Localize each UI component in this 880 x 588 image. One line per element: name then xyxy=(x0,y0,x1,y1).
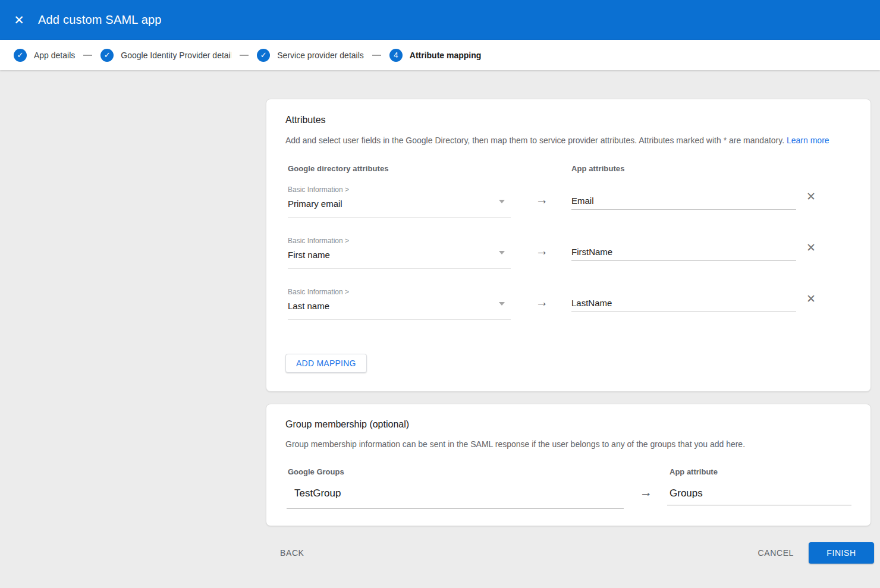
attribute-selected-value: Last name xyxy=(288,301,511,311)
mapping-row: Basic Information > Last name → LastName… xyxy=(285,284,853,321)
arrow-right-icon: → xyxy=(536,244,548,258)
dialog-title: Add custom SAML app xyxy=(38,13,162,27)
add-mapping-button[interactable]: ADD MAPPING xyxy=(285,354,367,373)
step-label: Google Identity Provider details xyxy=(121,51,231,60)
close-icon[interactable]: ✕ xyxy=(7,8,31,32)
app-attribute-label: App attribute xyxy=(670,467,718,476)
remove-mapping-icon[interactable]: ✕ xyxy=(806,292,816,306)
step-number-badge: 4 xyxy=(389,49,403,62)
attributes-card: Attributes Add and select user fields in… xyxy=(266,99,871,392)
arrow-right-icon: → xyxy=(536,193,548,207)
attributes-card-title: Attributes xyxy=(285,115,326,125)
dropdown-arrow-icon xyxy=(499,251,505,254)
remove-mapping-icon[interactable]: ✕ xyxy=(806,190,816,203)
dropdown-arrow-icon xyxy=(499,302,505,306)
group-membership-card: Group membership (optional) Group member… xyxy=(266,404,871,526)
app-attribute-input[interactable]: Email xyxy=(571,196,796,210)
attribute-category-label: Basic Information > xyxy=(288,288,511,296)
dialog-header: ✕ Add custom SAML app xyxy=(0,0,880,40)
remove-mapping-icon[interactable]: ✕ xyxy=(806,241,816,254)
arrow-right-icon: → xyxy=(640,485,652,499)
description-text: Add and select user fields in the Google… xyxy=(285,136,784,145)
finish-button[interactable]: FINISH xyxy=(809,542,874,564)
directory-attribute-select[interactable]: Basic Information > Primary email xyxy=(288,185,511,218)
step-connector xyxy=(372,55,381,56)
group-card-description: Group membership information can be sent… xyxy=(285,438,745,450)
attribute-category-label: Basic Information > xyxy=(288,237,511,245)
wizard-stepper: ✓ App details ✓ Google Identity Provider… xyxy=(0,40,880,70)
step-label: Attribute mapping xyxy=(410,51,482,60)
arrow-right-icon: → xyxy=(536,295,548,309)
step-connector xyxy=(240,55,249,56)
attribute-selected-value: First name xyxy=(288,250,511,260)
dropdown-arrow-icon xyxy=(499,200,505,203)
directory-attribute-select[interactable]: Basic Information > Last name xyxy=(288,288,511,320)
check-icon: ✓ xyxy=(257,49,270,62)
attribute-category-label: Basic Information > xyxy=(288,185,511,194)
attribute-selected-value: Primary email xyxy=(288,199,511,209)
app-attribute-input[interactable]: FirstName xyxy=(571,247,796,261)
google-groups-label: Google Groups xyxy=(288,467,344,476)
wizard-actions: BACK CANCEL FINISH xyxy=(266,542,874,564)
column-header-app-attributes: App attributes xyxy=(571,164,625,173)
google-groups-input[interactable]: TestGroup xyxy=(287,484,624,509)
step-label: App details xyxy=(34,51,75,60)
app-attribute-input[interactable]: LastName xyxy=(571,298,796,312)
group-app-attribute-input[interactable]: Groups xyxy=(667,484,851,505)
attributes-card-description: Add and select user fields in the Google… xyxy=(285,134,829,146)
step-attribute-mapping[interactable]: 4 Attribute mapping xyxy=(389,49,482,62)
back-button[interactable]: BACK xyxy=(280,548,304,558)
step-app-details[interactable]: ✓ App details xyxy=(14,49,75,62)
check-icon: ✓ xyxy=(14,49,27,62)
step-service-provider-details[interactable]: ✓ Service provider details xyxy=(257,49,364,62)
step-google-idp-details[interactable]: ✓ Google Identity Provider details xyxy=(100,49,231,62)
cancel-button[interactable]: CANCEL xyxy=(758,548,794,558)
check-icon: ✓ xyxy=(100,49,114,62)
mapping-row: Basic Information > Primary email → Emai… xyxy=(285,182,853,219)
column-header-directory-attributes: Google directory attributes xyxy=(288,164,389,173)
mapping-row: Basic Information > First name → FirstNa… xyxy=(285,233,853,270)
directory-attribute-select[interactable]: Basic Information > First name xyxy=(288,237,511,269)
group-card-title: Group membership (optional) xyxy=(285,419,409,430)
step-connector xyxy=(83,55,92,56)
learn-more-link[interactable]: Learn more xyxy=(787,136,829,145)
step-label: Service provider details xyxy=(277,51,364,60)
